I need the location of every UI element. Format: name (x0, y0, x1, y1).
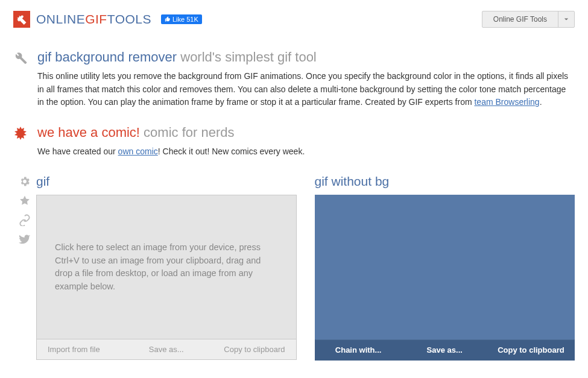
logo-icon[interactable] (13, 11, 30, 28)
file-dropzone[interactable]: Click here to select an image from your … (36, 195, 297, 339)
facebook-like-button[interactable]: Like 51K (161, 14, 202, 24)
comic-description: We have created our own comic! Check it … (37, 145, 575, 159)
dropzone-placeholder: Click here to select an image from your … (55, 241, 272, 294)
output-panel: gif without bg Chain with... Save as... … (315, 174, 575, 361)
import-from-file-button[interactable]: Import from file (37, 339, 126, 359)
link-icon[interactable] (19, 214, 31, 226)
tool-title: gif background remover world's simplest … (37, 49, 575, 65)
chevron-down-icon (558, 11, 574, 27)
twitter-icon[interactable] (19, 233, 31, 245)
comic-title: we have a comic! comic for nerds (37, 125, 575, 140)
output-panel-title: gif without bg (315, 174, 575, 189)
brand-text[interactable]: ONLINEGIFTOOLS (36, 12, 151, 27)
star-icon[interactable] (19, 195, 31, 207)
copy-to-clipboard-button[interactable]: Copy to clipboard (207, 339, 296, 359)
thumbs-up-icon (165, 16, 171, 22)
input-actions: Import from file Save as... Copy to clip… (36, 339, 297, 360)
input-panel-title: gif (36, 174, 297, 189)
output-save-as-button[interactable]: Save as... (402, 340, 488, 360)
burst-icon (13, 125, 29, 159)
save-as-button[interactable]: Save as... (126, 339, 207, 359)
team-browserling-link[interactable]: team Browserling (474, 97, 539, 107)
wrench-icon (13, 49, 29, 109)
site-selector-dropdown[interactable]: Online GIF Tools (482, 11, 575, 28)
tool-description: This online utility lets you remove the … (37, 70, 575, 109)
own-comic-link[interactable]: own comic (118, 146, 158, 156)
output-preview[interactable] (315, 195, 575, 339)
output-copy-button[interactable]: Copy to clipboard (488, 340, 574, 360)
output-actions: Chain with... Save as... Copy to clipboa… (315, 339, 575, 361)
input-panel: gif Click here to select an image from y… (36, 174, 297, 361)
gear-icon[interactable] (19, 175, 31, 187)
chain-with-button[interactable]: Chain with... (315, 340, 402, 360)
